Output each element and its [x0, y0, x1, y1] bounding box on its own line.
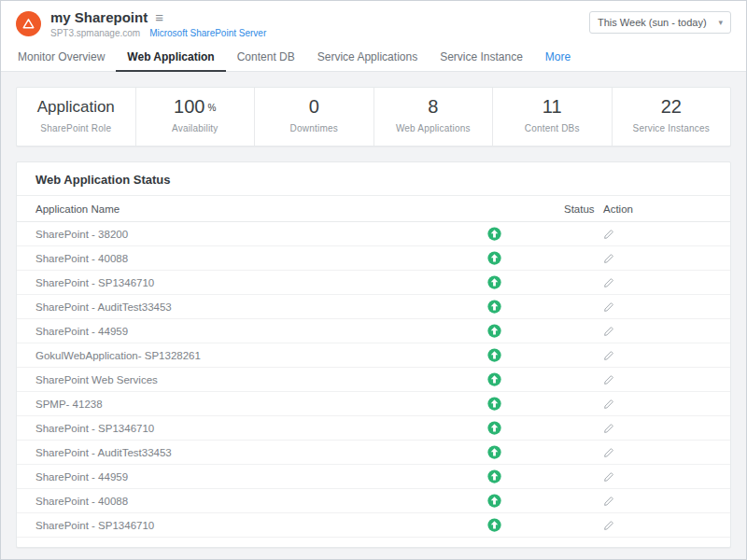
page-title: my Sharepoint — [50, 9, 148, 25]
table-row: SharePoint - SP1346710 — [17, 513, 730, 538]
pencil-icon[interactable] — [603, 350, 614, 361]
application-name[interactable]: SharePoint - AuditTest33453 — [35, 447, 433, 458]
tab-web-application[interactable]: Web Application — [116, 45, 225, 72]
stat-downtimes: 0Downtimes — [255, 88, 374, 146]
stat-value: 100% — [136, 96, 255, 117]
application-name[interactable]: SharePoint - 40088 — [35, 253, 433, 264]
availability-cell — [433, 227, 555, 241]
action-cell — [601, 373, 712, 385]
stat-value: 22 — [613, 96, 731, 117]
table-row: SharePoint - 44959 — [17, 465, 730, 489]
arrow-up-circle-icon — [487, 251, 501, 265]
application-name[interactable]: GokulWebApplication- SP1328261 — [35, 350, 433, 361]
table-row: SPMP- 41238 — [17, 392, 730, 416]
tab-bar: Monitor OverviewWeb ApplicationContent D… — [1, 45, 746, 72]
table-row: SharePoint - 44959 — [17, 319, 730, 343]
availability-cell — [433, 421, 555, 435]
table-row: SharePoint - SP1346710 — [17, 271, 730, 295]
pencil-icon[interactable] — [603, 374, 614, 385]
action-cell — [601, 252, 712, 264]
action-cell — [601, 422, 712, 434]
table-row: SharePoint - AuditTest33453 — [17, 441, 730, 465]
application-name[interactable]: SharePoint - 44959 — [35, 471, 433, 483]
availability-cell — [433, 300, 555, 314]
arrow-up-circle-icon — [487, 445, 501, 459]
action-cell — [601, 349, 712, 361]
stat-web-applications: 8Web Applications — [374, 88, 494, 146]
application-name[interactable]: SharePoint - AuditTest33453 — [35, 301, 433, 313]
application-name[interactable]: SharePoint - SP1346710 — [35, 277, 433, 288]
pencil-icon[interactable] — [603, 447, 614, 458]
application-name[interactable]: SharePoint - SP1346710 — [35, 423, 433, 434]
action-cell — [601, 446, 712, 458]
tab-service-instance[interactable]: Service Instance — [429, 45, 534, 71]
application-name[interactable]: SharePoint Web Services — [35, 374, 433, 385]
content-area: ApplicationSharePoint Role100%Availabili… — [1, 72, 746, 559]
web-application-status-card: Web Application Status Application Name … — [16, 161, 731, 548]
arrow-up-circle-icon — [487, 494, 501, 508]
stat-label: Content DBs — [493, 123, 612, 133]
action-cell — [601, 276, 712, 288]
pencil-icon[interactable] — [603, 277, 614, 288]
stat-availability: 100%Availability — [136, 88, 256, 146]
chevron-down-icon: ▾ — [718, 18, 723, 27]
arrow-up-circle-icon — [487, 227, 501, 241]
application-name[interactable]: SharePoint - 38200 — [35, 229, 433, 240]
availability-cell — [433, 469, 555, 483]
action-cell — [601, 495, 712, 507]
column-status: Status — [555, 203, 601, 215]
action-cell — [601, 228, 712, 240]
tab-content-db[interactable]: Content DB — [226, 45, 306, 71]
availability-cell — [433, 348, 555, 362]
pencil-icon[interactable] — [603, 496, 614, 507]
stat-label: Downtimes — [255, 123, 374, 133]
arrow-up-circle-icon — [487, 372, 501, 386]
arrow-up-circle-icon — [487, 421, 501, 435]
arrow-up-circle-icon — [487, 397, 501, 411]
pencil-icon[interactable] — [603, 326, 614, 337]
application-name[interactable]: SharePoint - SP1346710 — [35, 520, 433, 531]
table-row: SharePoint - 40088 — [17, 489, 730, 513]
table-row: SharePoint - 40088 — [17, 246, 730, 271]
pencil-icon[interactable] — [603, 229, 614, 240]
stat-value: 8 — [374, 96, 493, 117]
application-name[interactable]: SPMP- 41238 — [35, 399, 433, 410]
action-cell — [601, 519, 712, 531]
stat-label: Availability — [136, 123, 255, 133]
availability-cell — [433, 445, 555, 459]
pencil-icon[interactable] — [603, 253, 614, 264]
action-cell — [601, 398, 712, 410]
sharepoint-monitor-icon — [16, 11, 41, 36]
pencil-icon[interactable] — [603, 301, 614, 313]
time-range-dropdown[interactable]: This Week (sun - today) ▾ — [589, 11, 731, 34]
availability-cell — [433, 397, 555, 411]
arrow-up-circle-icon — [487, 348, 501, 362]
hamburger-menu-icon[interactable]: ≡ — [155, 10, 163, 24]
action-cell — [601, 470, 712, 483]
pencil-icon[interactable] — [603, 399, 614, 410]
monitor-type-link[interactable]: Microsoft SharePoint Server — [149, 28, 266, 38]
stats-card: ApplicationSharePoint Role100%Availabili… — [16, 87, 731, 147]
application-name[interactable]: SharePoint - 44959 — [35, 326, 433, 337]
pencil-icon[interactable] — [603, 423, 614, 434]
table-body: SharePoint - 38200SharePoint - 40088Shar… — [17, 222, 730, 538]
tab-more[interactable]: More — [534, 45, 582, 71]
availability-cell — [433, 518, 555, 532]
availability-cell — [433, 494, 555, 508]
warning-triangle-glyph — [21, 17, 35, 31]
table-row: SharePoint - AuditTest33453 — [17, 295, 730, 319]
application-name[interactable]: SharePoint - 40088 — [35, 496, 433, 507]
action-cell — [601, 301, 712, 313]
stat-value-suffix: % — [207, 103, 216, 113]
tab-service-applications[interactable]: Service Applications — [306, 45, 429, 71]
arrow-up-circle-icon — [487, 518, 501, 532]
table-row: SharePoint - 38200 — [17, 222, 730, 246]
arrow-up-circle-icon — [487, 275, 501, 289]
tab-monitor-overview[interactable]: Monitor Overview — [7, 45, 116, 71]
stat-value: Application — [17, 96, 135, 117]
stat-sharepoint-role: ApplicationSharePoint Role — [17, 88, 136, 146]
pencil-icon[interactable] — [603, 520, 614, 531]
column-action: Action — [601, 203, 712, 215]
table-row: SharePoint Web Services — [17, 368, 730, 392]
pencil-icon[interactable] — [603, 471, 614, 483]
